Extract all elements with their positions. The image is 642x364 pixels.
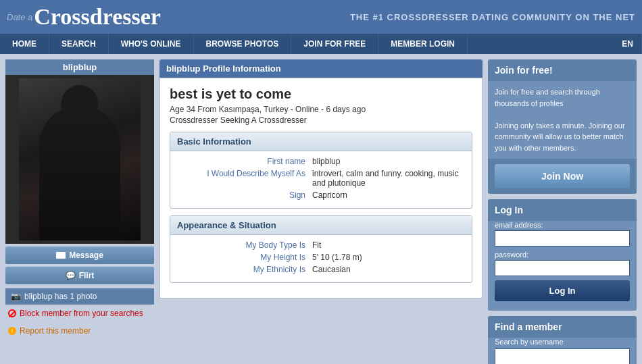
message-label: Message [69, 251, 103, 260]
login-header: Log In [488, 199, 637, 221]
sign-value: Capricorn [312, 190, 347, 200]
first-name-label: First name [177, 157, 312, 166]
flirt-label: Flirt [79, 271, 95, 280]
ethnicity-value: Caucasian [312, 265, 351, 274]
flirt-button[interactable]: 💬 Flirt [5, 267, 154, 284]
sign-row: Sign Capricorn [177, 190, 465, 200]
email-input[interactable] [495, 230, 630, 246]
body-type-value: Fit [312, 240, 321, 250]
first-name-value: blipblup [312, 157, 340, 166]
photo-bar[interactable]: 📷 blipblup has 1 photo [5, 288, 154, 305]
ethnicity-label: My Ethnicity Is [177, 265, 312, 274]
password-input[interactable] [495, 260, 630, 276]
height-value: 5' 10 (1.78 m) [312, 253, 362, 262]
appearance-content: My Body Type Is Fit My Height Is 5' 10 (… [170, 235, 472, 282]
join-box: Join for free! Join for free and search … [488, 59, 637, 194]
avatar-box [5, 75, 154, 244]
height-label: My Height Is [177, 253, 312, 262]
password-label: password: [488, 251, 637, 259]
profile-age-location: Age 34 From Kasımpaşa, Turkey - Online -… [170, 105, 472, 114]
nav-search[interactable]: SEARCH [49, 34, 109, 54]
join-header: Join for free! [488, 59, 637, 81]
describe-value: introvert, calm and funny. cooking, musi… [312, 169, 465, 188]
join-body: Join for free and search through thousan… [488, 81, 637, 159]
profile-seeking: Crossdresser Seeking A Crossdresser [170, 115, 472, 125]
left-sidebar: blipblup Message 💬 Flirt 📷 blipblup has … [5, 59, 154, 364]
block-member-link[interactable]: Block member from your searches [5, 305, 154, 322]
body-type-row: My Body Type Is Fit [177, 240, 465, 250]
profile-center: blipblup Profile Information best is yet… [159, 59, 483, 364]
report-icon: ! [8, 327, 16, 335]
logo-main-text[interactable]: Crossdresser [34, 4, 161, 30]
logo-date-text: Date a [7, 12, 32, 22]
photo-count-text: blipblup has 1 photo [24, 292, 97, 301]
camera-icon: 📷 [11, 292, 21, 301]
avatar-image [19, 78, 141, 240]
find-member-box: Find a member Search by username Search [488, 316, 637, 364]
profile-body: best is yet to come Age 34 From Kasımpaş… [159, 78, 483, 298]
profile-tagline: best is yet to come [170, 86, 472, 102]
block-label: Block member from your searches [20, 309, 143, 318]
first-name-row: First name blipblup [177, 157, 465, 166]
basic-info-section: Basic Information First name blipblup I … [170, 132, 472, 209]
ethnicity-row: My Ethnicity Is Caucasian [177, 265, 465, 274]
nav-join-free[interactable]: JOIN FOR FREE [291, 34, 378, 54]
main-nav: HOME SEARCH WHO'S ONLINE BROWSE PHOTOS J… [0, 34, 642, 54]
join-now-button[interactable]: Join Now [495, 164, 630, 188]
profile-section-header: blipblup Profile Information [159, 59, 483, 78]
nav-home[interactable]: HOME [0, 34, 49, 54]
block-icon [8, 309, 16, 317]
search-username-label: Search by username [488, 338, 637, 346]
basic-info-content: First name blipblup I Would Describe Mys… [170, 151, 472, 208]
nav-browse-photos[interactable]: BROWSE PHOTOS [194, 34, 292, 54]
report-label: Report this member [20, 326, 91, 336]
appearance-section: Appearance & Situation My Body Type Is F… [170, 215, 472, 283]
right-sidebar: Join for free! Join for free and search … [488, 59, 637, 364]
message-icon [56, 252, 66, 259]
nav-whos-online[interactable]: WHO'S ONLINE [109, 34, 194, 54]
message-button[interactable]: Message [5, 246, 154, 264]
describe-label: I Would Describe Myself As [177, 169, 312, 188]
username-search-input[interactable] [495, 348, 630, 364]
main-content: blipblup Message 💬 Flirt 📷 blipblup has … [0, 54, 642, 364]
email-label: email address: [488, 221, 637, 229]
appearance-title: Appearance & Situation [170, 216, 472, 235]
nav-member-login[interactable]: MEMBER LOGIN [378, 34, 468, 54]
login-button[interactable]: Log In [495, 280, 630, 301]
height-row: My Height Is 5' 10 (1.78 m) [177, 253, 465, 262]
find-member-header: Find a member [488, 316, 637, 338]
sign-label: Sign [177, 190, 312, 200]
person-silhouette [39, 105, 120, 240]
join-description: Join for free and search through thousan… [495, 88, 600, 107]
profile-username-bar: blipblup [5, 59, 154, 75]
site-header: Date a Crossdresser THE #1 CROSSDRESSER … [0, 0, 642, 34]
logo-area: Date a Crossdresser [7, 4, 161, 30]
body-type-label: My Body Type Is [177, 240, 312, 250]
join-description-2: Joining only takes a minute. Joining our… [495, 122, 625, 152]
flirt-icon: 💬 [66, 271, 76, 280]
nav-lang[interactable]: EN [614, 34, 642, 54]
login-box: Log In email address: password: Log In [488, 199, 637, 311]
describe-row: I Would Describe Myself As introvert, ca… [177, 169, 465, 188]
site-tagline: THE #1 CROSSDRESSER DATING COMMUNITY ON … [350, 12, 635, 22]
basic-info-title: Basic Information [170, 132, 472, 151]
report-member-link[interactable]: ! Report this member [5, 322, 154, 340]
